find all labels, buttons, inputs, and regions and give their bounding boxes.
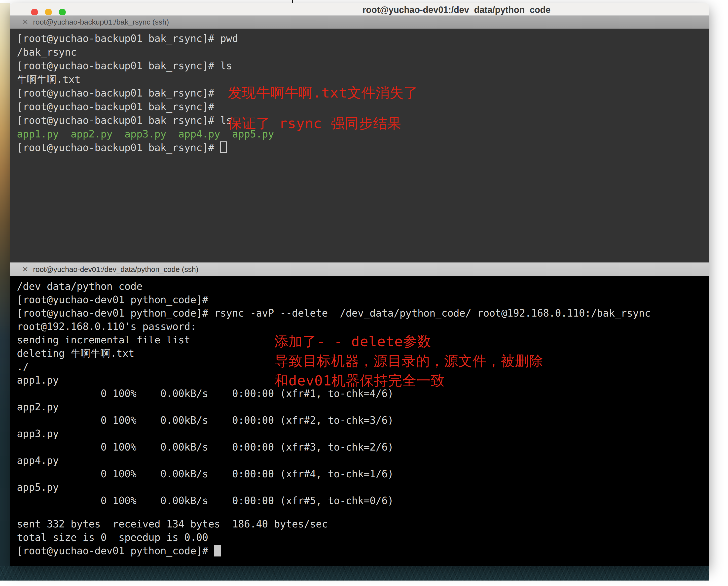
terminal-line-progress: 0 100% 0.00kB/s 0:00:00 (xfr#3, to-chk=2… xyxy=(17,441,709,454)
annotation-consistent: 和dev01机器保持完全一致 xyxy=(274,371,543,390)
terminal-dev01[interactable]: /dev_data/python_code [root@yuchao-dev01… xyxy=(10,276,709,566)
maximize-window-button[interactable] xyxy=(59,9,66,16)
terminal-prompt-line: [root@yuchao-dev01 python_code]# xyxy=(17,544,709,557)
terminal-line-progress: 0 100% 0.00kB/s 0:00:00 (xfr#2, to-chk=3… xyxy=(17,414,709,427)
menubar-remnant-tick xyxy=(292,0,293,3)
pane2-tabbar: ✕ root@yuchao-dev01:/dev_data/python_cod… xyxy=(10,263,709,276)
terminal-backup01[interactable]: [root@yuchao-backup01 bak_rsync]# pwd /b… xyxy=(10,29,709,263)
terminal-line-password-prompt: root@192.168.0.110's password: xyxy=(17,320,709,333)
terminal-line-transfer-summary: sent 332 bytes received 134 bytes 186.40… xyxy=(17,517,709,531)
terminal-line-size-summary: total size is 0 speedup is 0.00 xyxy=(17,531,709,544)
tab-label-dev01[interactable]: root@yuchao-dev01:/dev_data/python_code … xyxy=(33,265,198,274)
close-window-button[interactable] xyxy=(31,9,38,16)
annotation-sync-result: 保证了 rsync 强同步结果 xyxy=(228,114,401,133)
terminal-cursor xyxy=(214,545,221,557)
terminal-line: app4.py xyxy=(17,454,709,467)
terminal-line-blank xyxy=(17,507,709,517)
terminal-line-progress: 0 100% 0.00kB/s 0:00:00 (xfr#4, to-chk=1… xyxy=(17,467,709,481)
terminal-line: app5.py xyxy=(17,481,709,494)
desktop-wallpaper-bottom-strip xyxy=(0,566,709,581)
terminal-line: [root@yuchao-backup01 bak_rsync]# ls xyxy=(17,59,709,73)
terminal-cursor xyxy=(220,141,227,153)
terminal-line: /bak_rsync xyxy=(17,45,709,59)
close-tab-icon[interactable]: ✕ xyxy=(22,266,28,273)
terminal-line: app2.py xyxy=(17,400,709,414)
terminal-line: /dev_data/python_code xyxy=(17,279,709,293)
terminal-line-progress: 0 100% 0.00kB/s 0:00:00 (xfr#5, to-chk=0… xyxy=(17,494,709,507)
terminal-app-window: root@yuchao-dev01:/dev_data/python_code … xyxy=(10,3,709,566)
terminal-prompt-line: [root@yuchao-backup01 bak_rsync]# xyxy=(17,141,709,155)
terminal-line-rsync-command: [root@yuchao-dev01 python_code]# rsync -… xyxy=(17,307,709,320)
annotation-delete-param: 添加了- - delete参数 xyxy=(274,331,543,351)
terminal-line: [root@yuchao-dev01 python_code]# xyxy=(17,293,709,307)
annotation-delete-block: 添加了- - delete参数 导致目标机器，源目录的，源文件，被删除 和dev… xyxy=(274,331,543,390)
close-tab-icon[interactable]: ✕ xyxy=(22,18,28,26)
terminal-line: [root@yuchao-backup01 bak_rsync]# pwd xyxy=(17,32,709,45)
terminal-line: app3.py xyxy=(17,427,709,441)
desktop-wallpaper-left-strip xyxy=(0,3,10,581)
window-title: root@yuchao-dev01:/dev_data/python_code xyxy=(362,5,550,15)
minimize-window-button[interactable] xyxy=(45,9,52,16)
titlebar: root@yuchao-dev01:/dev_data/python_code xyxy=(10,3,709,16)
annotation-delete-effect: 导致目标机器，源目录的，源文件，被删除 xyxy=(274,351,543,371)
annotation-missing-file: 发现牛啊牛啊.txt文件消失了 xyxy=(228,84,418,103)
pane1-tabbar: ✕ root@yuchao-backup01:/bak_rsync (ssh) xyxy=(10,16,709,29)
tab-label-backup01[interactable]: root@yuchao-backup01:/bak_rsync (ssh) xyxy=(33,18,169,26)
